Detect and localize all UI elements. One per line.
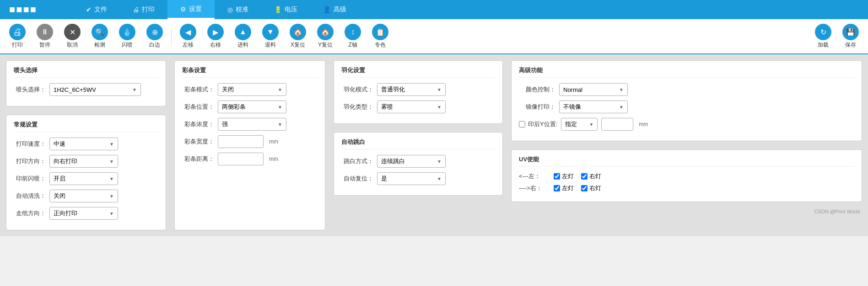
y-position-checkbox[interactable] (519, 121, 525, 127)
strip-mode-arrow: ▼ (278, 87, 282, 92)
strip-distance-label: 彩条距离： (182, 155, 214, 163)
toolbar: 🖨 打印 ⏸ 暂停 ✕ 取消 🔍 检测 💧 闪喷 ⊕ 白边 ◀ 左移 ▶ 右移 … (0, 19, 868, 54)
paper-direction-select[interactable]: 正向打印 ▼ (49, 207, 118, 220)
uv-right-arrow-label: ---->右： (519, 184, 546, 192)
strip-density-select[interactable]: 强 ▼ (218, 118, 286, 131)
y-position-unit: mm (639, 121, 648, 127)
head-selection-row: 喷头选择： 1H2C_6C+5WV ▼ (14, 83, 158, 96)
margin-button[interactable]: ⊕ 白边 (142, 22, 167, 51)
calibrate-icon: ◎ (227, 6, 233, 13)
strip-distance-input[interactable]: 20.00 (218, 153, 264, 165)
y-reset-button[interactable]: 🏠 Y复位 (313, 22, 338, 51)
cancel-button[interactable]: ✕ 取消 (59, 22, 85, 51)
feather-type-arrow: ▼ (437, 105, 442, 110)
uv-enable-title: UV使能 (519, 155, 854, 167)
x-reset-button[interactable]: 🏠 X复位 (285, 22, 311, 51)
color-control-select[interactable]: Normal ▼ (559, 83, 628, 96)
uv-left-lamp-checkbox-2[interactable] (554, 185, 560, 191)
strip-position-row: 彩条位置： 两侧彩条 ▼ (182, 101, 318, 113)
toolbar-right-buttons: ↻ 加载 💾 保存 (810, 22, 863, 51)
uv-right-lamp-check-2: 右灯 (581, 184, 601, 192)
pre-flash-select[interactable]: 开启 ▼ (49, 172, 118, 185)
strip-density-row: 彩条浓度： 强 ▼ (182, 118, 318, 131)
z-axis-icon: ↕ (345, 24, 361, 40)
uv-right-lamp-checkbox-2[interactable] (581, 185, 588, 191)
strip-width-row: 彩条宽度： 10.00 mm (182, 135, 318, 148)
feed-button[interactable]: ▲ 进料 (230, 22, 256, 51)
strip-position-label: 彩条位置： (182, 103, 214, 111)
tab-advanced[interactable]: 👤 高级 (310, 0, 359, 19)
head-selection-arrow: ▼ (132, 87, 137, 92)
uv-left-arrow-label: <---左： (519, 172, 546, 180)
flash-button[interactable]: 💧 闪喷 (114, 22, 140, 51)
mirror-print-label: 镜像打印： (519, 103, 555, 111)
strip-settings-panel: 彩条设置 彩条模式： 关闭 ▼ 彩条位置： 两侧彩条 ▼ 彩条浓度： 强 (174, 60, 325, 230)
pause-icon: ⏸ (37, 24, 53, 40)
move-right-icon: ▶ (207, 24, 224, 40)
pre-flash-arrow: ▼ (109, 176, 114, 181)
strip-width-label: 彩条宽度： (182, 138, 214, 146)
skip-method-arrow: ▼ (437, 159, 442, 164)
feather-column: 羽化设置 羽化模式： 普通羽化 ▼ 羽化类型： 雾喷 ▼ 自动跳白 跳白方式： (331, 58, 505, 233)
tab-print[interactable]: 🖨 打印 (120, 0, 167, 19)
tab-voltage[interactable]: 🔋 电压 (261, 0, 310, 19)
mirror-print-arrow: ▼ (619, 105, 624, 110)
settings-icon: ⚙ (180, 5, 186, 13)
y-position-select[interactable]: 指定 ▼ (561, 118, 598, 131)
paper-direction-arrow: ▼ (109, 211, 114, 216)
print-direction-select[interactable]: 向右打印 ▼ (49, 155, 118, 168)
feather-type-select[interactable]: 雾喷 ▼ (377, 101, 446, 113)
special-color-button[interactable]: 📋 专色 (367, 22, 393, 51)
y-position-arrow: ▼ (589, 122, 593, 127)
left-column: 喷头选择 喷头选择： 1H2C_6C+5WV ▼ 常规设置 打印速度： 中速 ▼ (4, 58, 168, 233)
print-speed-row: 打印速度： 中速 ▼ (14, 138, 158, 150)
paper-direction-row: 走纸方向： 正向打印 ▼ (14, 207, 158, 220)
general-settings-title: 常规设置 (14, 121, 158, 132)
move-left-button[interactable]: ◀ 左移 (175, 22, 201, 51)
move-right-button[interactable]: ▶ 右移 (203, 22, 228, 51)
load-icon: ↻ (815, 24, 831, 40)
strip-position-select[interactable]: 两侧彩条 ▼ (218, 101, 286, 113)
detect-icon: 🔍 (92, 24, 108, 40)
feather-mode-label: 羽化模式： (341, 85, 373, 94)
feather-settings-panel: 羽化设置 羽化模式： 普通羽化 ▼ 羽化类型： 雾喷 ▼ (334, 60, 503, 124)
uv-enable-panel: UV使能 <---左： 左灯 右灯 ---->右： 左灯 (511, 149, 862, 202)
top-navigation: ■■■■ ✔ 文件 🖨 打印 ⚙ 设置 ◎ 校准 🔋 电压 👤 高级 (0, 0, 868, 19)
feather-mode-select[interactable]: 普通羽化 ▼ (377, 83, 446, 96)
tab-settings[interactable]: ⚙ 设置 (167, 0, 215, 19)
auto-clean-select[interactable]: 关闭 ▼ (49, 190, 118, 202)
print-button[interactable]: 🖨 打印 (5, 22, 30, 51)
strip-mode-select[interactable]: 关闭 ▼ (218, 83, 286, 96)
tab-file[interactable]: ✔ 文件 (73, 0, 120, 19)
head-selection-label: 喷头选择： (14, 85, 46, 94)
load-button[interactable]: ↻ 加载 (810, 22, 836, 51)
head-selection-select[interactable]: 1H2C_6C+5WV ▼ (49, 83, 141, 96)
z-axis-button[interactable]: ↕ Z轴 (340, 22, 366, 51)
advanced-icon: 👤 (323, 6, 331, 13)
uv-left-lamp-checkbox[interactable] (554, 173, 560, 180)
strip-density-label: 彩条浓度： (182, 120, 214, 128)
auto-skip-title: 自动跳白 (341, 138, 495, 149)
skip-method-select[interactable]: 连续跳白 ▼ (377, 155, 446, 168)
strip-mode-row: 彩条模式： 关闭 ▼ (182, 83, 318, 96)
strip-width-input[interactable]: 10.00 (218, 135, 264, 148)
save-button[interactable]: 💾 保存 (838, 22, 863, 51)
y-position-checkbox-group: 印后Y位置: (519, 120, 557, 128)
mirror-print-select[interactable]: 不镜像 ▼ (559, 101, 628, 113)
y-position-input[interactable]: 0.00 (601, 118, 633, 131)
auto-reset-arrow: ▼ (437, 176, 442, 181)
x-reset-icon: 🏠 (290, 24, 306, 40)
move-left-icon: ◀ (180, 24, 196, 40)
retract-icon: ▼ (262, 24, 279, 40)
special-color-icon: 📋 (372, 24, 388, 40)
tab-calibrate[interactable]: ◎ 校准 (215, 0, 261, 19)
retract-button[interactable]: ▼ 退料 (258, 22, 283, 51)
feather-settings-title: 羽化设置 (341, 66, 495, 78)
app-logo: ■■■■ (0, 0, 73, 19)
auto-skip-panel: 自动跳白 跳白方式： 连续跳白 ▼ 自动复位： 是 ▼ (334, 132, 503, 196)
pause-button[interactable]: ⏸ 暂停 (32, 22, 58, 51)
auto-reset-select[interactable]: 是 ▼ (377, 172, 446, 185)
uv-right-lamp-checkbox-1[interactable] (581, 173, 588, 180)
print-speed-select[interactable]: 中速 ▼ (49, 138, 118, 150)
detect-button[interactable]: 🔍 检测 (87, 22, 113, 51)
